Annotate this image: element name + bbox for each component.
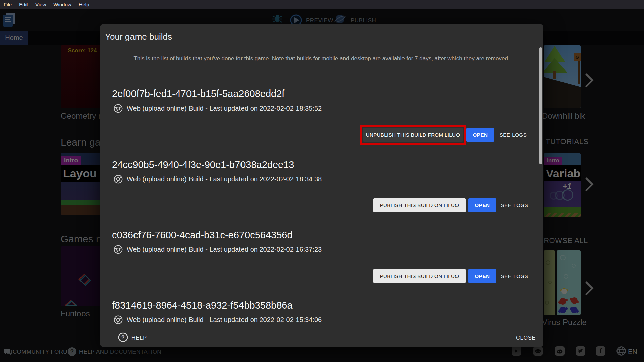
build-info-text: Web (upload online) Build - Last updated… xyxy=(127,316,322,324)
publish-build-button[interactable]: PUBLISH THIS BUILD ON LILUO xyxy=(373,198,466,212)
open-build-button[interactable]: OPEN xyxy=(466,128,494,142)
build-info-row: Web (upload online) Build - Last updated… xyxy=(114,103,322,113)
open-build-button[interactable]: OPEN xyxy=(468,269,496,283)
menu-view[interactable]: View xyxy=(35,2,46,7)
dialog-description: This is the list of builds that you've d… xyxy=(120,54,523,63)
build-uuid: f8314619-8964-4518-a932-f54bb358b86a xyxy=(112,300,293,311)
see-logs-button[interactable]: SEE LOGS xyxy=(500,198,529,212)
open-build-button[interactable]: OPEN xyxy=(468,198,496,212)
build-info-text: Web (upload online) Build - Last updated… xyxy=(127,246,322,253)
chrome-browser-icon xyxy=(114,175,123,184)
close-button[interactable]: CLOSE xyxy=(516,335,536,341)
help-question-icon[interactable]: ? xyxy=(118,332,128,342)
row-divider xyxy=(105,288,538,288)
modal-scrollbar-thumb[interactable] xyxy=(539,47,542,164)
build-info-row: Web (upload online) Build - Last updated… xyxy=(114,315,322,325)
dialog-title: Your game builds xyxy=(105,32,172,42)
chrome-browser-icon xyxy=(114,245,123,254)
svg-text:?: ? xyxy=(121,335,125,340)
menu-help[interactable]: Help xyxy=(79,2,89,7)
row-divider xyxy=(105,147,538,147)
build-info-row: Web (upload online) Build - Last updated… xyxy=(114,174,322,184)
menu-bar: File Edit View Window Help xyxy=(0,0,644,9)
your-game-builds-dialog: Your game builds This is the list of bui… xyxy=(100,24,543,347)
build-info-text: Web (upload online) Build - Last updated… xyxy=(127,105,322,112)
row-divider xyxy=(105,218,538,218)
build-info-row: Web (upload online) Build - Last updated… xyxy=(114,244,322,254)
see-logs-button[interactable]: SEE LOGS xyxy=(499,128,527,142)
menu-window[interactable]: Window xyxy=(53,2,71,7)
build-info-text: Web (upload online) Build - Last updated… xyxy=(127,175,322,183)
publish-build-button[interactable]: PUBLISH THIS BUILD ON LILUO xyxy=(373,269,466,283)
help-button[interactable]: HELP xyxy=(131,335,147,341)
gdevelop-window: File Edit View Window Help xyxy=(0,0,644,362)
menu-edit[interactable]: Edit xyxy=(19,2,28,7)
build-uuid: c036cf76-7600-4cad-b31c-e670c564356d xyxy=(112,230,293,241)
build-uuid: 24cc90b5-4940-4f3e-90e1-b7038a2dee13 xyxy=(112,159,294,170)
build-uuid: 2ef00f7b-fed1-4701-b15f-5aa2608edd2f xyxy=(112,88,284,99)
chrome-browser-icon xyxy=(114,104,123,113)
see-logs-button[interactable]: SEE LOGS xyxy=(500,269,529,283)
unpublish-build-button[interactable]: UNPUBLISH THIS BUILD FROM LILUO xyxy=(363,128,463,142)
menu-file[interactable]: File xyxy=(4,2,12,7)
chrome-browser-icon xyxy=(114,315,123,324)
